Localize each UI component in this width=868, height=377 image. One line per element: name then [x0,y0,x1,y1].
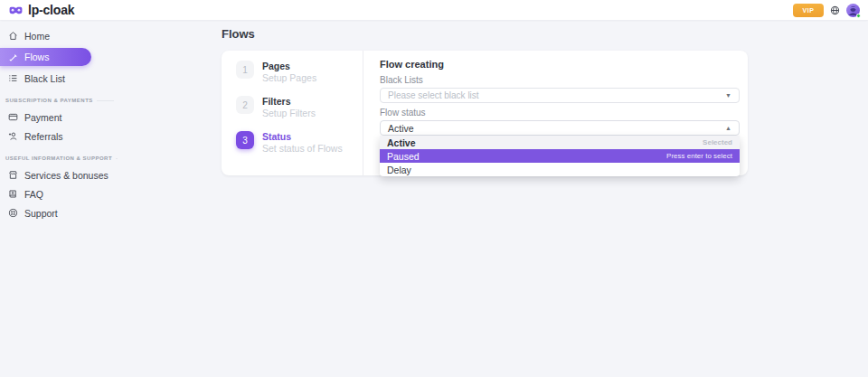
dropdown-option-active[interactable]: Active Selected [380,136,740,149]
step-title: Pages [262,61,316,72]
user-avatar[interactable] [846,4,860,17]
step-subtitle: Set status of Flows [262,143,343,155]
option-hint: Selected [703,138,732,146]
flow-creating-form: Flow creating Black Lists Please select … [363,51,748,175]
step-number: 2 [236,96,254,114]
main-content: Flows 1 Pages Setup Pages 2 Filters Setu… [222,20,748,175]
flow-status-dropdown: Active Selected Paused Press enter to se… [380,136,740,176]
steps-column: 1 Pages Setup Pages 2 Filters Setup Filt… [222,51,363,175]
sidebar-item-label: Services & bonuses [24,170,108,181]
credit-card-icon [8,112,18,122]
sidebar-item-payment[interactable]: Payment [0,108,118,127]
page-title: Flows [222,27,748,41]
referrals-icon [8,131,18,141]
sidebar-section-support: USEFUL INFORMATION & SUPPORT [0,156,118,161]
section-title-text: SUBSCRIPTION & PAYMENTS [5,98,93,103]
language-globe-icon[interactable] [830,5,840,15]
flows-icon [8,52,18,62]
step-filters[interactable]: 2 Filters Setup Filters [236,96,363,118]
sidebar-nav: Home Flows Black List SUBSCRIPTION & PAY… [0,20,118,222]
step-title: Status [262,131,343,143]
sidebar-item-support[interactable]: Support [0,203,118,222]
header-actions: VIP [793,4,860,17]
section-title-text: USEFUL INFORMATION & SUPPORT [5,156,112,161]
online-status-dot [856,14,861,18]
app-logo[interactable]: lp-cloak [8,3,74,17]
step-number: 3 [236,131,254,149]
logo-text: lp-cloak [28,3,74,17]
shop-icon [8,170,18,180]
home-icon [8,31,18,41]
sidebar-item-label: Black List [24,73,65,84]
sidebar-item-label: Home [24,31,50,42]
vip-button[interactable]: VIP [793,4,824,17]
mask-logo-icon [8,5,24,15]
life-ring-icon [8,208,18,218]
flow-creating-card: 1 Pages Setup Pages 2 Filters Setup Filt… [222,51,748,175]
option-label: Delay [387,165,411,175]
flow-status-select[interactable]: Active ▲ [380,120,740,136]
black-lists-select[interactable]: Please select black list ▼ [380,88,740,103]
sidebar-item-services-bonuses[interactable]: Services & bonuses [0,165,118,184]
flow-status-label: Flow status [380,108,740,118]
form-title: Flow creating [380,59,740,70]
sidebar-item-flows[interactable]: Flows [0,48,91,66]
sidebar-item-label: Flows [24,52,49,62]
step-subtitle: Setup Filters [262,108,316,119]
black-list-icon [8,73,18,83]
section-divider [116,158,118,159]
black-lists-label: Black Lists [380,75,740,86]
sidebar-item-referrals[interactable]: Referrals [0,127,118,146]
step-number: 1 [236,61,254,79]
sidebar-item-label: Support [24,208,58,219]
chevron-up-icon: ▲ [725,125,731,131]
step-pages[interactable]: 1 Pages Setup Pages [236,61,363,83]
dropdown-option-paused[interactable]: Paused Press enter to select [380,149,740,163]
flow-status-value: Active [388,123,414,134]
option-label: Active [387,137,416,148]
section-divider [97,100,114,101]
option-label: Paused [387,151,420,162]
step-subtitle: Setup Pages [262,72,316,84]
top-bar: lp-cloak VIP [0,0,868,20]
step-status[interactable]: 3 Status Set status of Flows [236,131,363,154]
sidebar-section-subscription: SUBSCRIPTION & PAYMENTS [0,98,118,103]
sidebar-item-label: Referrals [24,131,63,142]
sidebar-item-home[interactable]: Home [0,26,118,45]
black-lists-placeholder: Please select black list [388,90,479,100]
sidebar-item-faq[interactable]: FAQ [0,184,118,203]
step-title: Filters [262,96,316,108]
option-hint: Press enter to select [666,152,732,160]
dropdown-option-delay[interactable]: Delay [380,163,740,176]
faq-icon [8,189,18,199]
chevron-down-icon: ▼ [725,92,731,99]
sidebar-item-black-list[interactable]: Black List [0,69,118,88]
sidebar-item-label: Payment [24,112,61,123]
sidebar-item-label: FAQ [24,189,43,200]
